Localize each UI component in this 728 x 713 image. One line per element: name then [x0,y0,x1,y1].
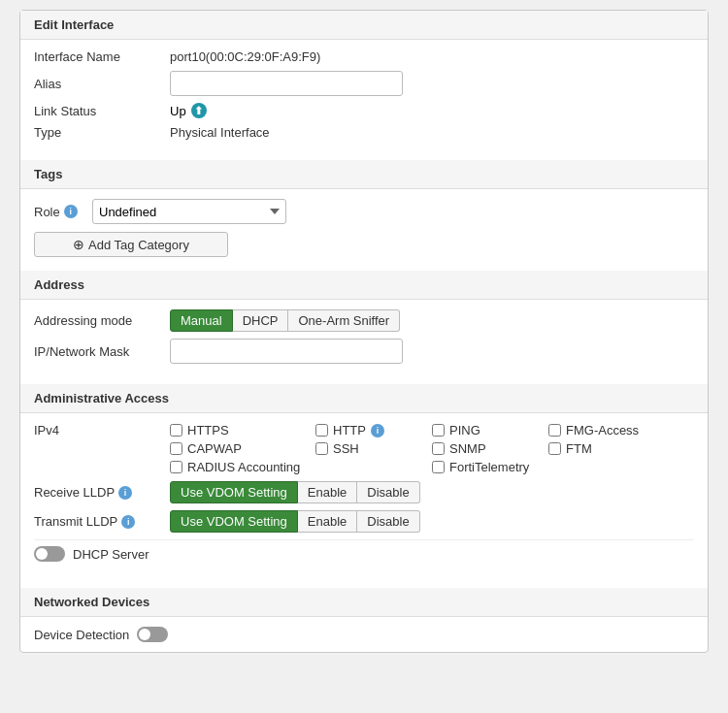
ftm-checkbox[interactable] [548,442,561,455]
receive-lldp-vdom-button[interactable]: Use VDOM Setting [170,481,298,503]
tags-section-body: Role i Undefined LAN WAN DMZ ⊕ Add Tag C… [20,189,708,271]
http-info-icon[interactable]: i [371,424,384,438]
role-label: Role i [34,205,92,219]
alias-label: Alias [34,77,170,91]
receive-lldp-label: Receive LLDP i [34,485,170,500]
addressing-mode-row: Addressing mode Manual DHCP One-Arm Snif… [34,309,694,332]
http-checkbox[interactable] [315,424,328,437]
dhcp-server-label: DHCP Server [73,547,149,562]
addressing-mode-label: Addressing mode [34,313,170,328]
capwap-checkbox[interactable] [170,442,182,455]
networked-devices-header: Networked Devices [20,588,708,617]
checkbox-fortitelemetry[interactable]: FortiTelemetry [432,460,548,474]
ping-checkbox[interactable] [432,424,445,437]
admin-access-body: IPv4 HTTPS HTTP i PING FMG- [20,413,708,588]
type-value: Physical Interface [170,125,270,140]
ipv4-label: IPv4 [34,423,170,438]
checkbox-radius[interactable]: RADIUS Accounting [170,460,315,474]
transmit-lldp-label: Transmit LLDP i [34,514,170,529]
radius-checkbox[interactable] [170,461,182,473]
alias-input[interactable] [170,71,403,96]
checkbox-http[interactable]: HTTP i [315,423,432,438]
https-checkbox[interactable] [170,424,182,437]
receive-lldp-row: Receive LLDP i Use VDOM Setting Enable D… [34,481,694,503]
mode-onearm-button[interactable]: One-Arm Sniffer [288,309,400,332]
status-up-icon: ⬆ [191,103,207,118]
role-info-icon[interactable]: i [64,205,78,218]
link-status-row: Link Status Up ⬆ [34,103,694,118]
link-status-text: Up [170,104,186,118]
plus-icon: ⊕ [73,237,84,252]
checkbox-fmg-access[interactable]: FMG-Access [548,423,665,438]
interface-name-row: Interface Name port10(00:0C:29:0F:A9:F9) [34,49,694,64]
role-row: Role i Undefined LAN WAN DMZ [34,199,694,224]
type-row: Type Physical Interface [34,125,694,140]
receive-lldp-info-icon[interactable]: i [118,486,132,500]
ip-mask-label: IP/Network Mask [34,344,170,359]
card-title: Edit Interface [20,11,708,40]
link-status-label: Link Status [34,104,170,118]
link-status-value: Up ⬆ [170,103,207,118]
mode-buttons-group: Manual DHCP One-Arm Sniffer [170,309,400,332]
dhcp-server-row: DHCP Server [34,539,694,567]
transmit-lldp-enable-button[interactable]: Enable [298,510,357,533]
receive-lldp-enable-button[interactable]: Enable [298,481,357,503]
ipv4-row: IPv4 HTTPS HTTP i PING FMG- [34,423,694,474]
mode-dhcp-button[interactable]: DHCP [233,309,289,332]
checkbox-ssh[interactable]: SSH [315,441,432,456]
interface-name-value: port10(00:0C:29:0F:A9:F9) [170,49,320,64]
receive-lldp-buttons: Use VDOM Setting Enable Disable [170,481,420,503]
alias-row: Alias [34,71,694,96]
device-detection-row: Device Detection [20,617,708,652]
ip-mask-row: IP/Network Mask [34,339,694,364]
checkbox-ping[interactable]: PING [432,423,548,438]
transmit-lldp-disable-button[interactable]: Disable [357,510,419,533]
add-tag-button[interactable]: ⊕ Add Tag Category [34,232,228,257]
transmit-lldp-buttons: Use VDOM Setting Enable Disable [170,510,420,533]
fortitelemetry-checkbox[interactable] [432,461,445,473]
ssh-checkbox[interactable] [315,442,328,455]
admin-access-header: Administrative Access [20,384,708,413]
checkbox-https[interactable]: HTTPS [170,423,315,438]
transmit-lldp-info-icon[interactable]: i [121,515,135,529]
fmg-access-checkbox[interactable] [548,424,561,437]
checkbox-ftm[interactable]: FTM [548,441,665,456]
checkbox-snmp[interactable]: SNMP [432,441,548,456]
dhcp-server-toggle[interactable] [34,546,65,562]
address-section-header: Address [20,271,708,300]
role-select[interactable]: Undefined LAN WAN DMZ [92,199,286,224]
transmit-lldp-vdom-button[interactable]: Use VDOM Setting [170,510,298,533]
tags-section-header: Tags [20,160,708,189]
interface-name-label: Interface Name [34,49,170,64]
mode-manual-button[interactable]: Manual [170,309,233,332]
checkbox-capwap[interactable]: CAPWAP [170,441,315,456]
interface-info-section: Interface Name port10(00:0C:29:0F:A9:F9)… [20,40,708,160]
device-detection-toggle[interactable] [137,627,168,642]
transmit-lldp-row: Transmit LLDP i Use VDOM Setting Enable … [34,510,694,533]
snmp-checkbox[interactable] [432,442,445,455]
receive-lldp-disable-button[interactable]: Disable [357,481,419,503]
address-section-body: Addressing mode Manual DHCP One-Arm Snif… [20,300,708,384]
checkbox-grid: HTTPS HTTP i PING FMG-Access [170,423,665,474]
device-detection-label: Device Detection [34,628,129,642]
ip-mask-input[interactable] [170,339,403,364]
edit-interface-card: Edit Interface Interface Name port10(00:… [19,10,709,653]
type-label: Type [34,125,170,140]
